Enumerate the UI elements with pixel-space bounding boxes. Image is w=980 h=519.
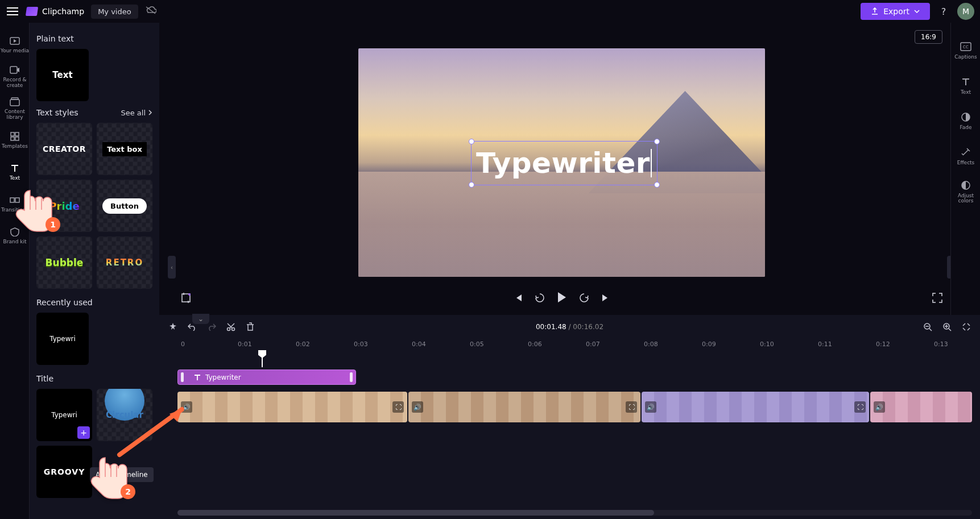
scrollbar-thumb[interactable] [177, 510, 654, 516]
library-icon [9, 96, 20, 107]
add-to-timeline-button[interactable]: + [77, 426, 90, 439]
preview-area: 16:9 Typewriter [172, 30, 950, 315]
resize-handle-tl[interactable] [469, 139, 474, 144]
clip-options-icon[interactable]: ⛶ [854, 401, 866, 413]
timeline: ⌄ 00:01.48 / 00:16.02 0 0:01 0:02 0:03 0… [159, 315, 980, 519]
fullscreen-icon[interactable] [932, 293, 942, 305]
chevron-right-icon [148, 110, 152, 115]
effects-icon [960, 147, 971, 158]
cloud-sync-icon[interactable] [145, 6, 156, 17]
plain-text-thumb[interactable]: Text [36, 49, 89, 101]
clip-trim-right[interactable] [350, 372, 353, 382]
nav-content-library[interactable]: Content library [0, 92, 30, 124]
text-cursor [651, 149, 652, 177]
nav-templates[interactable]: Templates [0, 124, 30, 156]
plain-text-header: Plain text [36, 34, 152, 43]
style-retro[interactable]: RETRO [97, 236, 152, 289]
magic-icon[interactable] [167, 321, 179, 333]
zoom-out-icon[interactable] [922, 321, 933, 333]
split-icon[interactable] [225, 321, 237, 333]
svg-point-17 [232, 328, 235, 331]
svg-rect-2 [10, 99, 19, 106]
style-creator[interactable]: CREATOR [36, 123, 92, 175]
callout-pointer-1: 1 [10, 182, 56, 241]
app-header: Clipchamp My video Export ? M [0, 0, 980, 23]
text-overlay-box[interactable]: Typewriter [471, 141, 658, 185]
rnav-adjust-colors[interactable]: Adjust colors [951, 174, 980, 209]
menu-icon[interactable] [6, 5, 19, 18]
timeline-scrollbar[interactable] [177, 510, 972, 516]
rewind-icon[interactable] [534, 292, 545, 306]
title-typewriter-thumb[interactable]: Typewri + [36, 389, 92, 441]
captions-icon: CC [960, 41, 971, 52]
title-section-header: Title [36, 374, 152, 383]
recent-typewriter-thumb[interactable]: Typewri [36, 313, 89, 365]
clip-options-icon[interactable]: ⛶ [392, 401, 404, 413]
svg-rect-5 [15, 132, 19, 136]
app-logo[interactable]: Clipchamp [26, 7, 84, 16]
timeline-ruler[interactable]: 0 0:01 0:02 0:03 0:04 0:05 0:06 0:07 0:0… [159, 339, 980, 352]
upload-icon [871, 7, 879, 15]
export-label: Export [883, 7, 909, 16]
clip-trim-left[interactable] [181, 372, 184, 382]
preview-canvas[interactable]: Typewriter [358, 48, 765, 277]
svg-text:CC: CC [963, 45, 969, 49]
templates-icon [9, 131, 20, 142]
video-clip-4[interactable]: 🔊 [870, 392, 972, 422]
timeline-toolbar: 00:01.48 / 00:16.02 [159, 315, 980, 339]
left-nav: Your media Record & create Content libra… [0, 23, 30, 519]
style-text-box[interactable]: Text box [97, 123, 152, 175]
recently-used-header: Recently used [36, 298, 152, 307]
style-bubble[interactable]: Bubble [36, 236, 92, 289]
see-all-button[interactable]: See all [121, 109, 152, 117]
video-name-input[interactable]: My video [91, 5, 138, 19]
play-button[interactable] [557, 292, 567, 306]
rnav-effects[interactable]: Effects [951, 139, 980, 174]
playhead[interactable] [262, 352, 263, 367]
skip-forward-icon[interactable] [601, 293, 610, 305]
rnav-fade[interactable]: Fade [951, 103, 980, 139]
fade-icon [960, 111, 971, 123]
app-name: Clipchamp [42, 7, 84, 16]
user-avatar[interactable]: M [957, 3, 974, 20]
zoom-in-icon[interactable] [941, 321, 953, 333]
text-icon [960, 76, 971, 88]
callout-pointer-2: 2 [85, 449, 131, 508]
resize-handle-bl[interactable] [469, 182, 474, 188]
tracks: Typewriter 🔊⛶ 🔊⛶ 🔊⛶ 🔊 [159, 352, 980, 367]
audio-icon[interactable]: 🔊 [412, 401, 423, 413]
media-icon [9, 35, 20, 47]
text-clip[interactable]: Typewriter [177, 369, 356, 385]
video-clip-2[interactable]: 🔊⛶ [408, 392, 640, 422]
nav-record-create[interactable]: Record & create [0, 60, 30, 92]
audio-icon[interactable]: 🔊 [645, 401, 656, 413]
audio-icon[interactable]: 🔊 [874, 401, 885, 413]
text-icon [9, 163, 20, 174]
video-clip-3[interactable]: 🔊⛶ [642, 392, 869, 422]
svg-point-11 [188, 293, 191, 296]
clipchamp-logo-icon [26, 7, 38, 16]
resize-handle-tr[interactable] [654, 139, 660, 144]
forward-icon[interactable] [578, 292, 590, 306]
svg-rect-7 [15, 137, 19, 140]
crop-icon[interactable] [180, 292, 192, 306]
record-icon [9, 64, 20, 76]
resize-handle-br[interactable] [654, 182, 660, 188]
aspect-ratio-button[interactable]: 16:9 [915, 30, 942, 44]
delete-icon[interactable] [245, 321, 256, 333]
svg-point-16 [228, 328, 230, 331]
style-button[interactable]: Button [97, 180, 152, 232]
export-button[interactable]: Export [861, 3, 930, 20]
clip-options-icon[interactable]: ⛶ [626, 401, 637, 413]
rnav-text[interactable]: Text [951, 68, 980, 103]
skip-back-icon[interactable] [514, 293, 523, 305]
title-groovy-thumb[interactable]: GROOVY [36, 446, 92, 498]
redo-icon[interactable] [206, 321, 217, 333]
svg-rect-1 [10, 67, 17, 73]
rnav-captions[interactable]: CCCaptions [951, 33, 980, 68]
video-clip-1[interactable]: 🔊⛶ [177, 392, 407, 422]
text-icon [194, 374, 201, 381]
help-button[interactable]: ? [937, 5, 950, 18]
nav-your-media[interactable]: Your media [0, 28, 30, 60]
zoom-fit-icon[interactable] [961, 321, 972, 333]
